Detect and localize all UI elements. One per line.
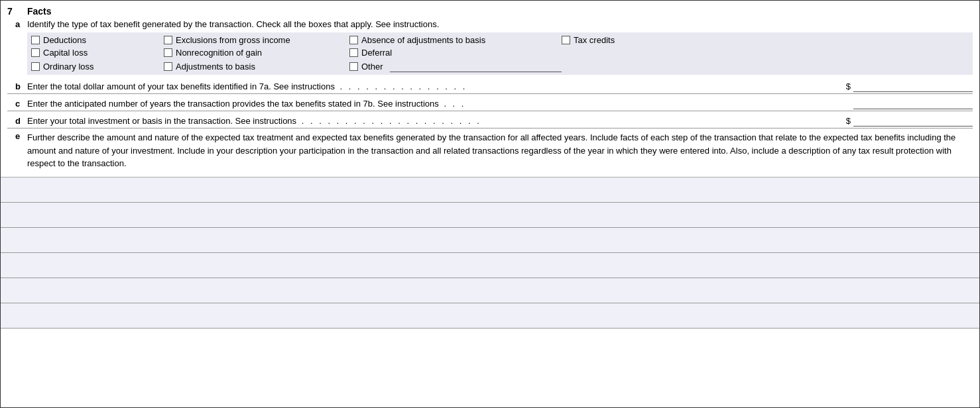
row-7b-text: Enter the total dollar amount of your ta…	[27, 81, 846, 91]
other-input[interactable]	[390, 60, 562, 72]
checkbox-deductions-label: Deductions	[43, 35, 86, 45]
row-7d-dots: . . . . . . . . . . . . . . . . . . . . …	[302, 116, 481, 126]
row-7b: b Enter the total dollar amount of your …	[7, 79, 973, 94]
row-7b-input[interactable]	[853, 80, 973, 92]
blank-lines-section	[1, 178, 979, 329]
checkboxes-grid: Deductions Exclusions from gross income …	[27, 32, 973, 75]
checkbox-other-row: Other	[349, 60, 562, 72]
checkbox-deferral-box[interactable]	[349, 48, 358, 57]
checkbox-adjustments-to-basis-label: Adjustments to basis	[176, 62, 255, 72]
checkbox-absence-box[interactable]	[349, 36, 358, 44]
checkbox-nonrecognition-label: Nonrecognition of gain	[176, 48, 262, 58]
blank-line-3	[1, 228, 979, 253]
blank-line-6	[1, 303, 979, 329]
row-7b-letter: b	[7, 81, 27, 91]
row-7-header: 7 Facts	[7, 6, 973, 17]
row-7a-letter: a	[7, 19, 27, 29]
row-7c-dots: . . .	[444, 99, 465, 109]
row-7d-dollar: $	[846, 116, 851, 126]
checkbox-capital-loss-label: Capital loss	[43, 48, 88, 58]
checkbox-tax-credits-box[interactable]	[562, 36, 570, 44]
checkbox-absence[interactable]: Absence of adjustments to basis	[349, 35, 562, 45]
row-7b-dots: . . . . . . . . . . . . . . .	[340, 81, 467, 91]
checkbox-deferral[interactable]: Deferral	[349, 48, 562, 58]
row-7d-text: Enter your total investment or basis in …	[27, 116, 846, 126]
blank-line-1	[1, 178, 979, 203]
section-number: 7	[7, 6, 27, 17]
checkbox-deferral-label: Deferral	[361, 48, 392, 58]
checkbox-exclusions-box[interactable]	[164, 36, 172, 44]
row-7a-instruction: Identify the type of tax benefit generat…	[27, 19, 973, 29]
checkbox-deductions-box[interactable]	[31, 36, 40, 44]
checkbox-nonrecognition-box[interactable]	[164, 48, 172, 57]
form-container: 7 Facts a Identify the type of tax benef…	[0, 0, 980, 408]
checkbox-absence-label: Absence of adjustments to basis	[361, 35, 485, 45]
row-7c-letter: c	[7, 99, 27, 109]
checkbox-other-label: Other	[361, 62, 383, 72]
section-label: Facts	[27, 6, 52, 17]
blank-line-4	[1, 253, 979, 278]
row-7c: c Enter the anticipated number of years …	[7, 96, 973, 111]
checkbox-tax-credits[interactable]: Tax credits	[562, 35, 694, 45]
checkbox-other-box[interactable]	[349, 62, 358, 71]
row-7e: e Further describe the amount and nature…	[7, 131, 973, 170]
checkbox-adjustments-to-basis[interactable]: Adjustments to basis	[164, 60, 349, 72]
checkbox-capital-loss[interactable]: Capital loss	[31, 48, 164, 58]
row-7c-label: Enter the anticipated number of years th…	[27, 99, 439, 109]
section-7: 7 Facts a Identify the type of tax benef…	[1, 1, 979, 178]
checkbox-ordinary-loss-box[interactable]	[31, 62, 40, 71]
row-7d-letter: d	[7, 116, 27, 126]
checkbox-adjustments-to-basis-box[interactable]	[164, 62, 172, 71]
checkbox-exclusions-label: Exclusions from gross income	[176, 35, 290, 45]
row-7d-input[interactable]	[853, 115, 973, 127]
row-7d: d Enter your total investment or basis i…	[7, 113, 973, 128]
row-7b-dollar: $	[846, 81, 851, 91]
row-7d-label: Enter your total investment or basis in …	[27, 116, 296, 126]
row-7c-text: Enter the anticipated number of years th…	[27, 99, 853, 109]
checkbox-exclusions[interactable]: Exclusions from gross income	[164, 35, 349, 45]
row-7e-letter: e	[7, 131, 27, 141]
checkbox-ordinary-loss-label: Ordinary loss	[43, 62, 94, 72]
row-7e-text: Further describe the amount and nature o…	[27, 131, 973, 170]
blank-line-2	[1, 203, 979, 228]
checkbox-capital-loss-box[interactable]	[31, 48, 40, 57]
row-7a-content: Identify the type of tax benefit generat…	[27, 19, 973, 77]
row-7c-input[interactable]	[853, 97, 973, 109]
checkbox-deductions[interactable]: Deductions	[31, 35, 164, 45]
checkbox-tax-credits-label: Tax credits	[574, 35, 615, 45]
checkbox-ordinary-loss[interactable]: Ordinary loss	[31, 60, 164, 72]
row-7a: a Identify the type of tax benefit gener…	[7, 19, 973, 77]
checkbox-nonrecognition[interactable]: Nonrecognition of gain	[164, 48, 349, 58]
blank-line-5	[1, 278, 979, 303]
row-7b-label: Enter the total dollar amount of your ta…	[27, 81, 335, 91]
